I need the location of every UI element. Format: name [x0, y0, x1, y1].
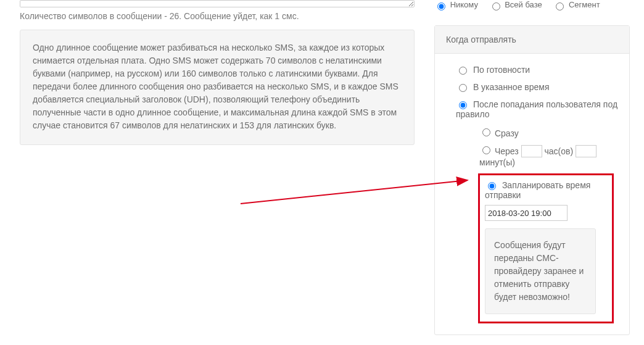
recipients-row: Никому Всей базе Сегмент	[434, 0, 641, 10]
subopt-immediately[interactable]: Сразу	[479, 127, 619, 138]
subopt-delay[interactable]: Через час(ов) минут(ы)	[479, 144, 619, 168]
schedule-warning: Сообщения будут переданы СМС-провайдеру …	[485, 228, 596, 314]
opt-at-time-label: В указанное время	[473, 82, 550, 92]
subopt-schedule[interactable]: Запланировать время отправки	[485, 180, 607, 200]
opt-after-rule-radio[interactable]	[459, 101, 467, 109]
subopt-delay-radio[interactable]	[482, 146, 490, 154]
sms-info-box: Одно длинное сообщение может разбиваться…	[20, 30, 415, 145]
subopt-immediately-label: Сразу	[495, 128, 519, 138]
subopt-delay-prefix: Через	[495, 146, 519, 156]
recipient-segment[interactable]: Сегмент	[553, 0, 600, 9]
subopt-schedule-radio[interactable]	[488, 182, 496, 190]
recipient-segment-label: Сегмент	[569, 0, 600, 9]
opt-after-rule-label: После попадания пользователя под правило	[456, 99, 617, 119]
svg-line-0	[241, 180, 468, 204]
opt-ready-radio[interactable]	[459, 67, 467, 75]
message-textarea[interactable]	[20, 0, 415, 7]
recipient-nobody-label: Никому	[450, 0, 478, 9]
schedule-datetime-input[interactable]	[485, 205, 568, 221]
recipient-all-radio[interactable]	[492, 2, 500, 10]
opt-at-time[interactable]: В указанное время	[456, 82, 619, 92]
send-time-panel-title: Когда отправлять	[435, 26, 629, 54]
opt-at-time-radio[interactable]	[459, 84, 467, 92]
opt-ready-label: По готовности	[473, 65, 530, 75]
subopt-schedule-label: Запланировать время отправки	[485, 180, 590, 200]
highlight-box: Запланировать время отправки Сообщения б…	[478, 173, 614, 323]
delay-hours-input[interactable]	[521, 145, 542, 157]
recipient-nobody[interactable]: Никому	[434, 0, 481, 9]
delay-minutes-input[interactable]	[576, 145, 597, 157]
send-time-panel: Когда отправлять По готовности В указанн…	[434, 25, 630, 336]
opt-after-rule[interactable]: После попадания пользователя под правило	[456, 99, 619, 119]
recipient-all-label: Всей базе	[505, 0, 542, 9]
recipient-segment-radio[interactable]	[556, 2, 564, 10]
opt-ready[interactable]: По готовности	[456, 65, 619, 75]
recipient-nobody-radio[interactable]	[437, 2, 445, 10]
char-counter: Количество символов в сообщении - 26. Со…	[20, 11, 421, 21]
subopt-delay-minutes-label: минут(ы)	[479, 157, 515, 167]
subopt-delay-hours-label: час(ов)	[544, 146, 573, 156]
recipient-all[interactable]: Всей базе	[489, 0, 545, 9]
subopt-immediately-radio[interactable]	[482, 128, 490, 136]
